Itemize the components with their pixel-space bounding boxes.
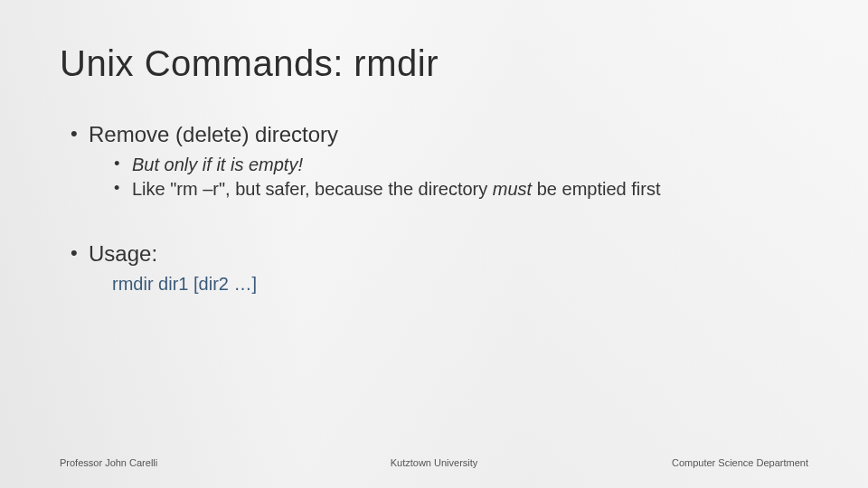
sub-text-pre: Like "rm –r", but safer, because the dir… (132, 179, 493, 199)
bullet-remove-directory: Remove (delete) directory But only if it… (71, 122, 808, 200)
bullet-usage-text: Usage: (89, 241, 157, 266)
usage-bullet-list: Usage: (60, 241, 808, 267)
bullet-list: Remove (delete) directory But only if it… (60, 122, 808, 200)
bullet-text: Remove (delete) directory (89, 122, 338, 146)
usage-block: Usage: rmdir dir1 [dir2 …] (60, 241, 808, 295)
sub-bullet-list: But only if it is empty! Like "rm –r", b… (89, 155, 808, 200)
bullet-usage: Usage: (71, 241, 808, 267)
sub-bullet-empty: But only if it is empty! (114, 155, 808, 175)
footer-center: Kutztown University (309, 457, 559, 468)
sub-text-em: must (493, 179, 532, 199)
sub-bullet-safer: Like "rm –r", but safer, because the dir… (114, 179, 808, 200)
usage-syntax: rmdir dir1 [dir2 …] (60, 274, 808, 295)
footer: Professor John Carelli Kutztown Universi… (60, 457, 808, 468)
footer-left: Professor John Carelli (60, 457, 309, 468)
slide-title: Unix Commands: rmdir (60, 43, 808, 84)
slide: Unix Commands: rmdir Remove (delete) dir… (0, 0, 868, 488)
footer-right: Computer Science Department (559, 457, 808, 468)
sub-text-post: be emptied first (532, 179, 660, 199)
